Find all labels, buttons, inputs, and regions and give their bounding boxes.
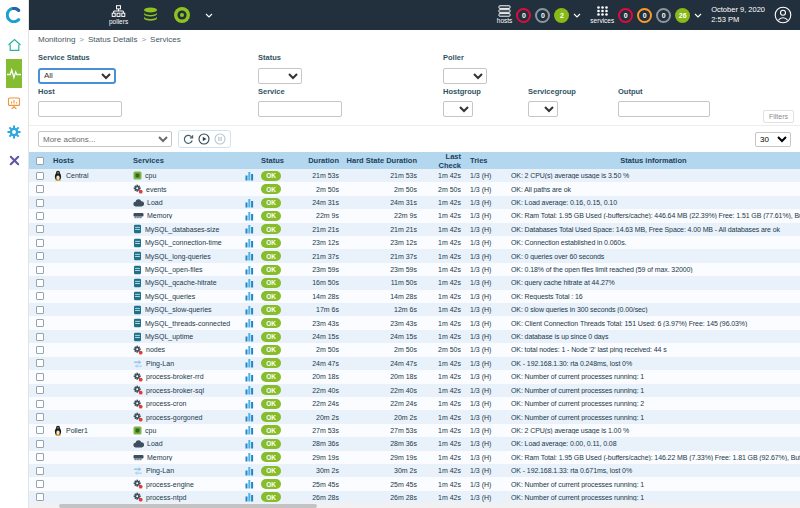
column-tries[interactable]: Tries: [465, 156, 507, 165]
user-avatar-icon[interactable]: [774, 6, 792, 24]
service-name[interactable]: process-engine: [146, 481, 194, 488]
service-name[interactable]: cpu: [145, 427, 156, 434]
service-name[interactable]: cpu: [145, 172, 156, 179]
row-checkbox[interactable]: [36, 413, 44, 421]
service-name[interactable]: process-cron: [146, 400, 186, 407]
scrollbar-thumb[interactable]: [59, 504, 317, 508]
status-counter-down[interactable]: 0: [618, 8, 633, 23]
play-icon[interactable]: [198, 133, 210, 145]
pause-icon[interactable]: [214, 133, 226, 145]
row-checkbox[interactable]: [36, 440, 44, 448]
row-checkbox[interactable]: [36, 386, 44, 394]
column-status-information[interactable]: Status information: [507, 156, 800, 165]
service-name[interactable]: MySQL_long-queries: [145, 253, 211, 260]
service-name[interactable]: Ping-Lan: [146, 467, 174, 474]
sidebar-item-monitoring[interactable]: [6, 59, 22, 88]
row-checkbox[interactable]: [36, 426, 44, 434]
row-checkbox[interactable]: [36, 453, 44, 461]
sidebar-item-reporting[interactable]: [6, 88, 22, 117]
service-name[interactable]: MySQL_connection-time: [145, 239, 222, 246]
service-name[interactable]: nodes: [146, 346, 165, 353]
row-checkbox[interactable]: [36, 292, 44, 300]
graph-icon[interactable]: [245, 412, 261, 422]
status-counter-down[interactable]: 0: [516, 8, 531, 23]
graph-icon[interactable]: [245, 332, 261, 342]
column-services[interactable]: Services: [133, 156, 245, 165]
chevron-down-icon[interactable]: [205, 13, 213, 18]
column-hard-state-duration[interactable]: Hard State Duration: [343, 156, 421, 165]
host-input[interactable]: [38, 101, 122, 117]
graph-icon[interactable]: [245, 466, 261, 476]
graph-icon[interactable]: [245, 238, 261, 248]
graph-icon[interactable]: [245, 251, 261, 261]
row-checkbox[interactable]: [36, 266, 44, 274]
filters-button[interactable]: Filters: [763, 110, 794, 123]
service-name[interactable]: Memory: [147, 212, 172, 219]
sidebar-item-administration[interactable]: [6, 146, 22, 175]
service-name[interactable]: Load: [147, 440, 163, 447]
graph-icon[interactable]: [245, 224, 261, 234]
column-last-check[interactable]: Last Check: [421, 152, 465, 170]
row-checkbox[interactable]: [36, 279, 44, 287]
status-counter-neutral[interactable]: 0: [535, 8, 550, 23]
service-status-select[interactable]: All: [38, 68, 116, 84]
graph-icon[interactable]: [245, 211, 261, 221]
poller-select[interactable]: [443, 68, 487, 84]
graph-icon[interactable]: [245, 399, 261, 409]
gorgone-target-icon[interactable]: [173, 6, 191, 24]
row-checkbox[interactable]: [36, 172, 44, 180]
more-actions-select[interactable]: More actions...: [38, 131, 172, 147]
graph-icon[interactable]: [245, 479, 261, 489]
graph-icon[interactable]: [245, 318, 261, 328]
graph-icon[interactable]: [245, 171, 261, 181]
service-name[interactable]: MySQL_uptime: [145, 333, 193, 340]
status-counter-ok[interactable]: 2: [554, 8, 569, 23]
chevron-down-icon[interactable]: [573, 13, 581, 18]
sidebar-item-home[interactable]: [6, 30, 22, 59]
chevron-down-icon[interactable]: [694, 13, 702, 18]
graph-icon[interactable]: [245, 278, 261, 288]
column-hosts[interactable]: Hosts: [51, 156, 133, 165]
service-name[interactable]: process-ntpd: [146, 494, 186, 501]
service-input[interactable]: [258, 101, 342, 117]
status-counter-neutral[interactable]: 0: [656, 8, 671, 23]
page-size-select[interactable]: 30: [755, 132, 791, 147]
row-checkbox[interactable]: [36, 306, 44, 314]
service-name[interactable]: MySQL_qcache-hitrate: [145, 279, 217, 286]
row-checkbox[interactable]: [36, 239, 44, 247]
pollers-status[interactable]: pollers: [109, 5, 128, 26]
output-input[interactable]: [618, 101, 710, 117]
service-name[interactable]: events: [146, 186, 167, 193]
row-checkbox[interactable]: [36, 359, 44, 367]
column-duration[interactable]: Duration: [297, 156, 343, 165]
graph-icon[interactable]: [245, 358, 261, 368]
servicegroup-select[interactable]: [528, 101, 558, 117]
breadcrumb-monitoring[interactable]: Monitoring: [38, 35, 75, 44]
row-checkbox[interactable]: [36, 199, 44, 207]
centreon-logo[interactable]: [0, 0, 28, 30]
refresh-icon[interactable]: [183, 134, 194, 145]
service-name[interactable]: process-broker-rrd: [146, 373, 204, 380]
row-checkbox[interactable]: [36, 467, 44, 475]
breadcrumb-status-details[interactable]: Status Details: [88, 35, 137, 44]
service-name[interactable]: Memory: [147, 454, 172, 461]
graph-icon[interactable]: [245, 492, 261, 502]
graph-icon[interactable]: [245, 439, 261, 449]
row-checkbox[interactable]: [36, 400, 44, 408]
database-stack-icon[interactable]: [142, 7, 159, 23]
row-checkbox[interactable]: [36, 346, 44, 354]
row-checkbox[interactable]: [36, 333, 44, 341]
host-name[interactable]: Poller1: [66, 427, 88, 434]
row-checkbox[interactable]: [36, 373, 44, 381]
graph-icon[interactable]: [245, 452, 261, 462]
service-name[interactable]: Ping-Lan: [146, 360, 174, 367]
row-checkbox[interactable]: [36, 319, 44, 327]
service-name[interactable]: MySQL_open-files: [145, 266, 203, 273]
status-counter-warning[interactable]: 0: [637, 8, 652, 23]
service-name[interactable]: MySQL_slow-queries: [145, 306, 212, 313]
graph-icon[interactable]: [245, 345, 261, 355]
graph-icon[interactable]: [245, 265, 261, 275]
service-name[interactable]: MySQL_databases-size: [145, 226, 219, 233]
service-name[interactable]: process-broker-sql: [146, 387, 204, 394]
graph-icon[interactable]: [245, 291, 261, 301]
